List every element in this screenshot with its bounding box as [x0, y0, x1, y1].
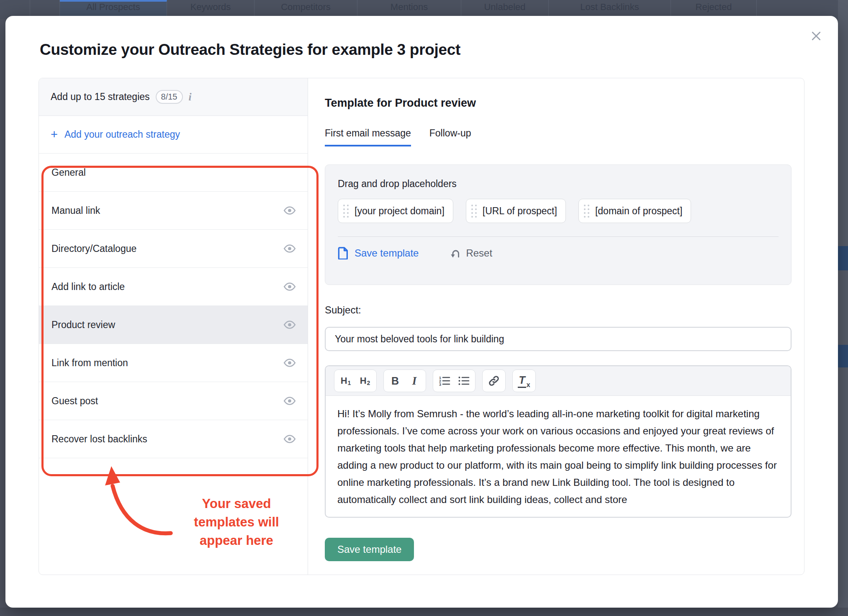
strategy-row[interactable]: Manual link [39, 192, 308, 230]
strategy-row[interactable]: Recover lost backlinks [39, 420, 308, 458]
save-template-button[interactable]: Save template [325, 538, 414, 561]
placeholders-panel: Drag and drop placeholders [your project… [325, 164, 791, 285]
strategies-header: Add up to 15 strategies 8/15 i [39, 78, 308, 116]
placeholders-label: Drag and drop placeholders [338, 178, 779, 190]
eye-icon[interactable] [283, 282, 296, 291]
screen: All ProspectsKeywordsCompetitorsMentions… [0, 0, 848, 616]
strategy-label: Manual link [51, 205, 100, 216]
bullet-list-button[interactable] [454, 371, 473, 390]
ordered-list-button[interactable]: 123 [435, 371, 454, 390]
reset-icon [450, 248, 461, 259]
background-button-fragment [838, 345, 848, 367]
strategies-count-badge: 8/15 [156, 90, 183, 104]
strategy-row[interactable]: Add link to article [39, 268, 308, 306]
placeholder-chip-label: [URL of prospect] [483, 205, 557, 217]
template-tab[interactable]: Follow-up [429, 128, 471, 146]
svg-text:3: 3 [439, 382, 441, 387]
strategy-label: Product review [51, 319, 115, 331]
h1-button[interactable]: H1 [336, 371, 355, 390]
subject-label: Subject: [325, 304, 361, 316]
link-group [482, 370, 506, 392]
drag-handle-icon [343, 205, 349, 218]
eye-icon[interactable] [283, 396, 296, 406]
eye-icon[interactable] [283, 358, 296, 367]
strategy-row[interactable]: Link from mention [39, 344, 308, 382]
placeholder-chip[interactable]: [your project domain] [338, 199, 453, 223]
placeholder-chips: [your project domain][URL of prospect][d… [338, 199, 779, 223]
annotation-text: Your saved templates will appear here [176, 495, 297, 550]
italic-button[interactable]: I [405, 371, 424, 390]
editor-toolbar: H1 H2 B I 123 [326, 366, 791, 396]
document-icon [338, 247, 349, 259]
add-strategy-label: Add your outreach strategy [64, 129, 180, 140]
background-button-fragment [838, 246, 848, 270]
strategy-row[interactable]: Product review [39, 306, 308, 344]
page-title: Customize your Outreach Strategies for e… [40, 41, 460, 59]
editor-body[interactable]: Hi! It’s Molly from Semrush - the world’… [326, 396, 791, 518]
bold-button[interactable]: B [385, 371, 405, 390]
eye-icon[interactable] [283, 320, 296, 329]
template-tab[interactable]: First email message [325, 128, 411, 146]
h2-button[interactable]: H2 [355, 371, 375, 390]
strategy-label: Guest post [51, 395, 98, 407]
strategy-label: General [51, 167, 86, 178]
link-button[interactable] [484, 371, 504, 390]
email-editor: H1 H2 B I 123 [325, 365, 791, 518]
placeholder-actions: Save template Reset [338, 247, 779, 259]
template-tabs: First email messageFollow-up [325, 128, 471, 146]
clear-format-group: Tx [512, 370, 536, 392]
list-group: 123 [433, 370, 475, 392]
strategy-label: Recover lost backlinks [51, 434, 147, 445]
subject-input[interactable] [325, 327, 791, 351]
clear-formatting-button[interactable]: Tx [514, 371, 534, 390]
divider [338, 236, 779, 237]
placeholder-chip[interactable]: [domain of prospect] [578, 199, 691, 223]
eye-icon[interactable] [283, 434, 296, 444]
close-icon[interactable] [807, 27, 825, 45]
strategy-label: Directory/Catalogue [51, 243, 136, 254]
strategy-label: Link from mention [51, 357, 128, 369]
template-heading: Template for Product review [325, 97, 476, 110]
placeholder-chip-label: [your project domain] [355, 205, 445, 217]
plus-icon: + [51, 128, 58, 141]
strategy-label: Add link to article [51, 281, 125, 293]
strategy-row[interactable]: Guest post [39, 382, 308, 420]
overlay-bottom-band [0, 608, 848, 616]
eye-icon[interactable] [283, 244, 296, 253]
add-strategy-button[interactable]: + Add your outreach strategy [39, 116, 308, 154]
eye-icon[interactable] [283, 206, 296, 215]
strategies-header-label: Add up to 15 strategies [51, 91, 150, 103]
heading-group: H1 H2 [334, 370, 377, 392]
reset-label: Reset [466, 247, 492, 259]
background-right-strip [838, 0, 848, 616]
placeholder-chip-label: [domain of prospect] [595, 205, 682, 217]
style-group: B I [383, 370, 426, 392]
reset-button[interactable]: Reset [450, 247, 492, 259]
strategy-list: GeneralManual linkDirectory/CatalogueAdd… [39, 154, 308, 458]
drag-handle-icon [471, 205, 477, 218]
strategy-row[interactable]: Directory/Catalogue [39, 230, 308, 268]
info-icon[interactable]: i [189, 91, 192, 103]
outreach-strategies-dialog: Customize your Outreach Strategies for e… [5, 16, 838, 608]
save-template-link-label: Save template [355, 247, 419, 259]
strategy-row[interactable]: General [39, 154, 308, 192]
template-panel: Template for Product review First email … [308, 78, 804, 575]
placeholder-chip[interactable]: [URL of prospect] [466, 199, 566, 223]
save-template-link[interactable]: Save template [338, 247, 419, 259]
drag-handle-icon [584, 205, 589, 218]
main-container: Add up to 15 strategies 8/15 i + Add you… [39, 78, 804, 575]
